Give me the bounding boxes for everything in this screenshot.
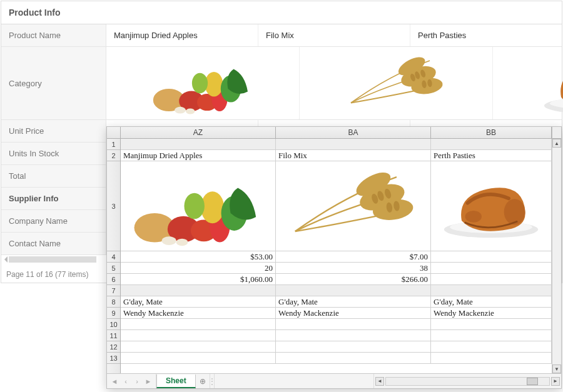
cell-az2[interactable]: Manjimup Dried Apples <box>121 150 276 161</box>
column-header-ba[interactable]: BA <box>276 127 431 138</box>
column-header-bb[interactable]: BB <box>431 127 552 138</box>
cell-bb13[interactable] <box>431 353 552 363</box>
cell-bb8[interactable]: G'day, Mate <box>431 296 552 307</box>
cell-ba10[interactable] <box>276 319 431 329</box>
cell-ba8[interactable]: G'day, Mate <box>276 296 431 307</box>
tab-nav-next-icon[interactable]: › <box>132 376 142 386</box>
add-sheet-button[interactable]: ⊕ <box>196 374 210 388</box>
label-contact-name: Contact Name <box>1 233 106 254</box>
chicken-image <box>432 163 550 249</box>
label-unit-price: Unit Price <box>1 120 106 142</box>
row-product-name: Product Name Manjimup Dried Apples Filo … <box>1 24 562 47</box>
tab-nav-prev-icon[interactable]: ‹ <box>121 376 131 386</box>
row-headers: 1 2 3 4 5 6 7 8 9 10 11 12 13 <box>107 139 121 373</box>
cell-az8[interactable]: G'day, Mate <box>121 296 276 307</box>
cell-az4[interactable]: $53.00 <box>121 251 276 262</box>
cell-bb12[interactable] <box>431 341 552 352</box>
cell-product-name-2[interactable]: Perth Pasties <box>410 24 562 46</box>
cell-ba3[interactable] <box>276 161 431 251</box>
vegetables-image <box>122 163 274 249</box>
label-units-in-stock: Units In Stock <box>1 143 106 164</box>
cell-ba7[interactable] <box>276 285 431 296</box>
cell-az6[interactable]: $1,060.00 <box>121 274 276 284</box>
row-header-7[interactable]: 7 <box>107 285 120 296</box>
horizontal-scrollbar[interactable]: ◄ ► <box>373 374 561 388</box>
cell-az13[interactable] <box>121 353 276 363</box>
vegetables-image <box>109 49 297 117</box>
cell-az11[interactable] <box>121 330 276 341</box>
cell-ba5[interactable]: 38 <box>276 263 431 273</box>
sheet-status-bar: ◄ ‹ › ► Sheet ⊕ ⋮ ◄ ► <box>107 373 561 388</box>
cell-ba12[interactable] <box>276 341 431 352</box>
hscroll-track[interactable] <box>385 377 550 386</box>
cell-category-0[interactable] <box>106 47 300 119</box>
cell-az10[interactable] <box>121 319 276 329</box>
scroll-right-button[interactable]: ► <box>551 377 560 386</box>
cell-ba9[interactable]: Wendy Mackenzie <box>276 308 431 318</box>
cell-ba11[interactable] <box>276 330 431 341</box>
cell-ba6[interactable]: $266.00 <box>276 274 431 284</box>
cell-product-name-1[interactable]: Filo Mix <box>258 24 410 46</box>
cell-bb5[interactable] <box>431 263 552 273</box>
label-category: Category <box>1 47 106 119</box>
cell-az12[interactable] <box>121 341 276 352</box>
row-header-5[interactable]: 5 <box>107 263 120 274</box>
row-category: Category <box>1 47 562 120</box>
cell-bb10[interactable] <box>431 319 552 329</box>
row-header-3[interactable]: 3 <box>107 161 120 251</box>
wheat-image <box>302 49 490 117</box>
scroll-left-button[interactable]: ◄ <box>375 377 384 386</box>
label-product-name: Product Name <box>1 24 106 46</box>
vertical-scrollbar[interactable]: ▲ ▼ <box>552 139 561 373</box>
row-header-12[interactable]: 12 <box>107 341 120 353</box>
spreadsheet-window: AZ BA BB 1 2 3 4 5 6 7 8 9 10 11 12 13 <box>106 126 562 389</box>
cell-bb2[interactable]: Perth Pasties <box>431 150 552 161</box>
cell-az3[interactable] <box>121 161 276 251</box>
cell-category-1[interactable] <box>300 47 493 119</box>
row-header-11[interactable]: 11 <box>107 330 120 341</box>
scroll-down-button[interactable]: ▼ <box>552 364 561 373</box>
cell-ba4[interactable]: $7.00 <box>276 251 431 262</box>
tab-nav-first-icon[interactable]: ◄ <box>109 376 119 386</box>
row-header-2[interactable]: 2 <box>107 150 120 161</box>
row-header-9[interactable]: 9 <box>107 308 120 319</box>
cell-az7[interactable] <box>121 285 276 296</box>
row-header-8[interactable]: 8 <box>107 296 120 308</box>
cell-category-2[interactable] <box>493 47 563 119</box>
cell-ba1[interactable] <box>276 139 431 149</box>
scroll-up-button[interactable]: ▲ <box>552 139 561 148</box>
column-header-az[interactable]: AZ <box>121 127 276 138</box>
panel-title: Product Info <box>1 1 562 24</box>
cell-bb11[interactable] <box>431 330 552 341</box>
column-headers: AZ BA BB <box>107 127 561 139</box>
chicken-image <box>495 49 563 117</box>
cell-bb3[interactable] <box>431 161 552 251</box>
row-header-6[interactable]: 6 <box>107 274 120 285</box>
tab-splitter-grip[interactable]: ⋮ <box>210 374 215 388</box>
wheat-image <box>277 163 429 249</box>
cell-product-name-0[interactable]: Manjimup Dried Apples <box>106 24 258 46</box>
cell-bb6[interactable] <box>431 274 552 284</box>
cell-bb9[interactable]: Wendy Mackenzie <box>431 308 552 318</box>
cell-ba2[interactable]: Filo Mix <box>276 150 431 161</box>
label-company-name: Company Name <box>1 210 106 232</box>
cell-bb1[interactable] <box>431 139 552 149</box>
cell-ba13[interactable] <box>276 353 431 363</box>
hscroll-thumb[interactable] <box>527 378 538 385</box>
cell-bb7[interactable] <box>431 285 552 296</box>
cell-grid: Manjimup Dried Apples Filo Mix Perth Pas… <box>121 139 552 373</box>
row-header-4[interactable]: 4 <box>107 251 120 263</box>
cell-bb4[interactable] <box>431 251 552 262</box>
row-header-1[interactable]: 1 <box>107 139 120 150</box>
plus-icon: ⊕ <box>200 377 206 386</box>
select-all-corner[interactable] <box>107 127 121 138</box>
tab-nav-last-icon[interactable]: ► <box>143 376 153 386</box>
label-total: Total <box>1 165 106 187</box>
row-header-13[interactable]: 13 <box>107 353 120 364</box>
cell-az5[interactable]: 20 <box>121 263 276 273</box>
label-supplier-info: Supplier Info <box>1 188 106 209</box>
cell-az1[interactable] <box>121 139 276 149</box>
cell-az9[interactable]: Wendy Mackenzie <box>121 308 276 318</box>
sheet-tab[interactable]: Sheet <box>156 374 196 388</box>
row-header-10[interactable]: 10 <box>107 319 120 330</box>
